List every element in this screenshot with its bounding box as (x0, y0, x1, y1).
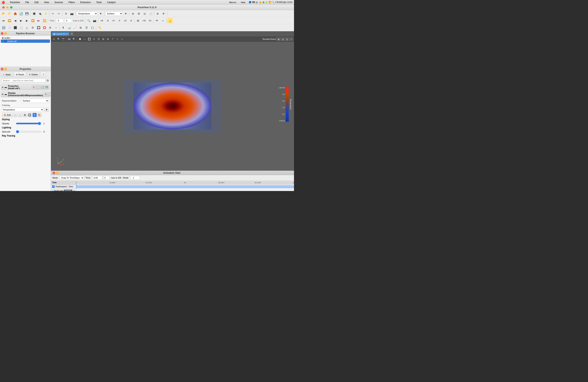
toggle-bar-button[interactable]: ☰ (32, 113, 37, 117)
timekeeper-checkbox[interactable] (52, 185, 55, 188)
menu-extractors[interactable]: Extractors (79, 0, 92, 4)
filter5-button[interactable]: ○ (53, 25, 59, 30)
rescale-vis-button[interactable]: 🔲 (28, 113, 32, 117)
layout-tab-1[interactable]: ▣ Layout #1 ✕ (52, 32, 69, 36)
menu-macros[interactable]: Macros (228, 1, 237, 4)
anim-mode-select[interactable]: Snap To TimeSteps (60, 176, 84, 180)
open-recent-button[interactable]: 📁 (7, 11, 12, 16)
eye-button[interactable]: 👁 (154, 18, 160, 23)
neg-y-button[interactable]: -Y (116, 18, 122, 23)
menu-catalyst[interactable]: Catalyst (106, 0, 117, 4)
props-expand-button[interactable]: ○ (4, 68, 7, 70)
menu-file[interactable]: File (24, 0, 30, 4)
scatter-button[interactable]: ⊞ (78, 25, 84, 30)
menu-help[interactable]: Help (240, 1, 247, 4)
pipeline-builtin[interactable]: 🖥 builtin: (1, 36, 50, 40)
render-viewport[interactable]: Y Z X 1.0e+00 0.8 0.6 0.4 (51, 42, 294, 170)
layout-close-button[interactable]: ✕ (289, 37, 293, 41)
layout-split-h-button[interactable]: ▤ (281, 37, 285, 41)
light-button[interactable]: 💡 (167, 18, 173, 23)
filter2-button[interactable]: 🔲 (36, 25, 41, 30)
pos-z-button[interactable]: +Z (122, 18, 128, 23)
prev-frame-button[interactable]: ⏪ (7, 18, 12, 23)
plot-button[interactable]: 📈 (72, 25, 78, 30)
rescale-data-button[interactable]: ↕ (18, 113, 22, 117)
box-select-button[interactable]: ⬜ (148, 11, 153, 16)
refresh-button[interactable]: 🔄 (18, 11, 24, 16)
screenshot-button[interactable]: 📷 (69, 11, 74, 16)
help-button[interactable]: ? (41, 72, 46, 77)
props-save-button[interactable]: 💾 (45, 85, 49, 89)
add-layout-button[interactable]: + (70, 32, 74, 36)
redo-button[interactable]: ↪ (56, 11, 62, 16)
vt-b3[interactable]: 🔳 (87, 37, 91, 41)
calculator-button[interactable]: 🔢 (1, 25, 6, 30)
zoom-to-data-button[interactable]: 🔍 (86, 18, 91, 23)
play-button[interactable]: ▶ (18, 18, 24, 23)
search-options-button[interactable]: ⚙ (46, 79, 50, 83)
menu-edit[interactable]: Edit (33, 0, 40, 4)
display-paste-button[interactable]: 📋 (48, 92, 51, 96)
reset-session-button[interactable]: 🔳 (31, 11, 37, 16)
display-section-header[interactable]: ▶ ▬ Display (UnstructuredGridRepresentat… (1, 91, 50, 97)
reset-button[interactable]: ⊘ Reset (14, 72, 26, 77)
vt-b8[interactable]: ? (110, 37, 115, 41)
vt-b2[interactable]: — (83, 37, 87, 41)
screenshot2-button[interactable]: 📷 (92, 18, 97, 23)
anim-stride-input[interactable] (130, 176, 140, 180)
time-input[interactable] (56, 19, 64, 23)
vt-camera-button[interactable]: 📷 (61, 37, 65, 41)
layout-single-button[interactable]: ▣ (276, 37, 280, 41)
anim-frame-input[interactable] (104, 176, 109, 180)
connect-button[interactable]: 🔌 (37, 11, 42, 16)
delete-button[interactable]: ✕ Delete (27, 72, 40, 77)
filter3-button[interactable]: ⭕ (42, 25, 47, 30)
minimize-button[interactable] (6, 6, 9, 9)
neg-z-button[interactable]: -Z (128, 18, 134, 23)
extrude-button[interactable]: ⬆ (61, 25, 66, 30)
rescale-button[interactable]: ↔ (13, 113, 17, 117)
search-input[interactable] (1, 79, 46, 83)
vt-zoom2-button[interactable]: 🔍 (72, 37, 76, 41)
undo-button[interactable]: ↩ (50, 11, 56, 16)
reset-all-button[interactable]: ⊠ (135, 18, 141, 23)
next-frame-button[interactable]: ⏩ (30, 18, 35, 23)
reset-camera-button[interactable]: +X (99, 18, 105, 23)
pipeline-close-button[interactable]: ✕ (1, 32, 3, 35)
apply-button[interactable]: ✓ Apply (1, 72, 13, 77)
box-button[interactable]: ⬛ (12, 25, 18, 30)
pipeline-heat0[interactable]: 🟦 Heat0.vtk* (1, 40, 50, 43)
select-points-button[interactable]: ◎ (142, 11, 147, 16)
neg-x-button[interactable]: -X (105, 18, 110, 23)
color-legend-button[interactable]: 🎨 (37, 113, 42, 117)
vt-b6[interactable]: ⊞ (101, 37, 105, 41)
color-options-button[interactable]: ▼ (98, 11, 104, 16)
representation-dropdown[interactable]: Surface (21, 99, 49, 103)
properties-section-header[interactable]: ▶ ▬ Properties (Heat0.vtk*) ⎘ 📋 🔄 💾 (1, 84, 50, 90)
rotate-right-button[interactable]: -90 (147, 18, 152, 23)
vt-2d-button[interactable]: 2D (67, 37, 71, 41)
close-button[interactable] (2, 6, 5, 9)
vt-reset-button[interactable]: ⊙ (52, 37, 56, 41)
anim-expand-button[interactable]: ○ (56, 171, 59, 174)
table-button[interactable]: ☰ (84, 25, 89, 30)
menu-view[interactable]: View (43, 0, 50, 4)
opacity-slider[interactable] (16, 122, 41, 125)
vt-more[interactable]: » (120, 37, 124, 41)
select-cells-button[interactable]: ⊞ (136, 11, 142, 16)
rep-options-button[interactable]: ▼ (123, 11, 128, 16)
menu-tools[interactable]: Tools (95, 0, 103, 4)
props-reload-button[interactable]: 🔄 (41, 85, 44, 89)
save-data-button[interactable]: 💾 (24, 11, 30, 16)
more-button[interactable]: » (160, 18, 166, 23)
menu-sources[interactable]: Sources (53, 0, 64, 4)
vt-zoom-button[interactable]: 🔍 (56, 37, 61, 41)
prev-button[interactable]: ◀ (12, 18, 18, 23)
vt-b1[interactable]: 🔲 (78, 37, 82, 41)
disconnect-button[interactable]: ⚡ (43, 11, 48, 16)
time-frame-input[interactable] (64, 19, 72, 23)
last-frame-button[interactable]: ⏭ (36, 18, 41, 23)
interact-button[interactable]: 🖱 (63, 11, 69, 16)
menu-paraview[interactable]: ParaView (9, 0, 21, 4)
coloring-arrow-button[interactable]: ▼ (44, 107, 49, 112)
